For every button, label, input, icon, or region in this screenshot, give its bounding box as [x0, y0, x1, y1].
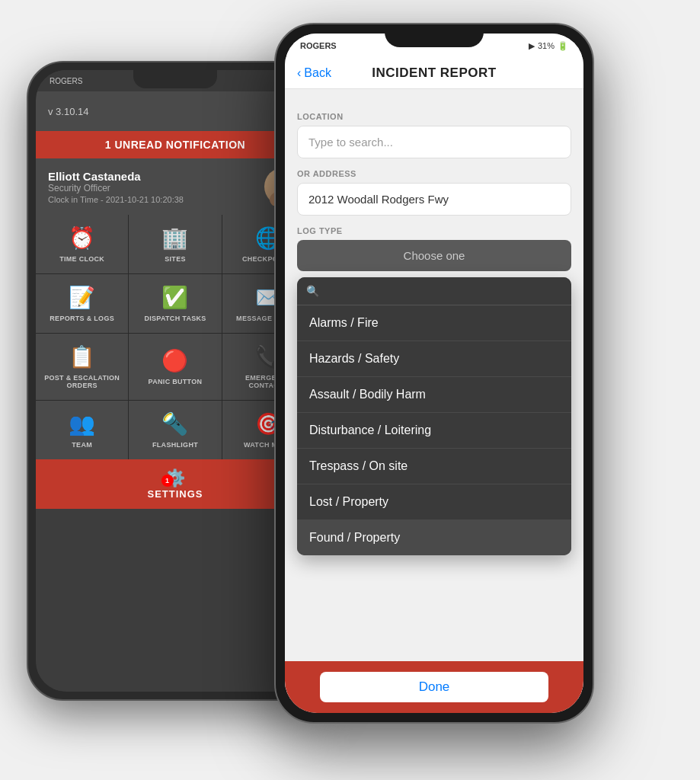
clock-in-time: Clock in Time - 2021-10-21 10:20:38: [48, 195, 184, 204]
done-bar: Done: [285, 661, 583, 713]
user-name: Elliott Castaneda: [48, 170, 184, 183]
dropdown-item-lost[interactable]: Lost / Property: [297, 484, 571, 520]
sites-label: SITES: [165, 255, 186, 263]
settings-bar[interactable]: ⚙️ 1 SETTINGS: [36, 459, 315, 509]
post-icon: 📋: [69, 344, 95, 369]
location-arrow-icon: ▶: [529, 41, 535, 51]
user-role: Security Officer: [48, 183, 184, 193]
settings-badge: 1: [161, 475, 174, 487]
nav-header-2: ‹ Back INCIDENT REPORT: [285, 58, 583, 89]
log-type-dropdown: 🔍 Alarms / Fire Hazards / Safety Assault…: [297, 277, 571, 555]
flashlight-label: FLASHLIGHT: [152, 441, 198, 449]
dropdown-search-icon: 🔍: [306, 285, 319, 297]
user-info-panel: Elliott Castaneda Security Officer Clock…: [36, 158, 315, 215]
team-label: TEAM: [72, 441, 92, 449]
grid-post-escalation[interactable]: 📋 POST & ESCALATION ORDERS: [36, 334, 128, 400]
time-clock-label: TIME CLOCK: [59, 255, 104, 263]
version-text: v 3.10.14: [48, 106, 89, 117]
location-label: LOCATION: [297, 112, 571, 121]
dropdown-item-trespass[interactable]: Trespass / On site: [297, 449, 571, 484]
grid-dispatch-tasks[interactable]: ✅ DISPATCH TASKS: [129, 274, 221, 333]
log-type-label: LOG TYPE: [297, 226, 571, 235]
panic-label: PANIC BUTTON: [149, 378, 203, 385]
location-search-input[interactable]: Type to search...: [297, 126, 571, 158]
battery-icon-2: 🔋: [558, 41, 568, 51]
reports-label: REPORTS & LOGS: [50, 315, 114, 322]
address-value: 2012 Woodall Rodgers Fwy: [308, 193, 449, 206]
notch1: [133, 70, 217, 88]
log-type-placeholder: Choose one: [404, 249, 465, 262]
grid-sites[interactable]: 🏢 SITES: [129, 215, 221, 273]
team-icon: 👥: [69, 411, 95, 436]
panic-icon: 🔴: [161, 348, 188, 373]
battery-2: 31%: [538, 41, 555, 50]
carrier-1: ROGERS: [50, 77, 82, 85]
flashlight-icon: 🔦: [161, 411, 188, 436]
dropdown-item-assault[interactable]: Assault / Bodily Harm: [297, 377, 571, 413]
sites-icon: 🏢: [161, 225, 188, 251]
carrier-2: ROGERS: [300, 41, 337, 50]
page-title: INCIDENT REPORT: [372, 66, 496, 81]
phone2-device: ROGERS ▶ 31% 🔋 ‹ Back INCIDENT REPORT LO…: [274, 23, 594, 724]
back-button[interactable]: ‹ Back: [297, 66, 331, 80]
dropdown-item-hazards[interactable]: Hazards / Safety: [297, 341, 571, 377]
log-type-picker[interactable]: Choose one: [297, 240, 571, 271]
done-button[interactable]: Done: [320, 672, 548, 702]
dispatch-label: DISPATCH TASKS: [144, 315, 206, 322]
dropdown-item-disturbance[interactable]: Disturbance / Loitering: [297, 413, 571, 449]
address-label: OR ADDRESS: [297, 169, 571, 178]
grid-panic-button[interactable]: 🔴 PANIC BUTTON: [129, 334, 221, 400]
time-clock-icon: ⏰: [69, 225, 95, 251]
dropdown-search-row: 🔍: [297, 277, 571, 305]
grid-team[interactable]: 👥 TEAM: [36, 401, 128, 459]
back-chevron-icon: ‹: [297, 66, 301, 80]
dropdown-item-found[interactable]: Found / Property: [297, 520, 571, 555]
location-placeholder: Type to search...: [308, 136, 393, 149]
address-input[interactable]: 2012 Woodall Rodgers Fwy: [297, 183, 571, 216]
form-content: LOCATION Type to search... OR ADDRESS 20…: [285, 89, 583, 698]
post-label: POST & ESCALATION ORDERS: [42, 374, 122, 389]
notification-banner[interactable]: 1 UNREAD NOTIFICATION: [36, 131, 315, 158]
app-header-1: v 3.10.14: [36, 91, 315, 131]
settings-label: SETTINGS: [45, 488, 305, 500]
reports-icon: 📝: [69, 285, 95, 310]
main-icon-grid: ⏰ TIME CLOCK 🏢 SITES 🌐 CHECKPOINTS 📝 REP…: [36, 215, 315, 459]
grid-time-clock[interactable]: ⏰ TIME CLOCK: [36, 215, 128, 273]
notch2: [385, 24, 484, 47]
grid-flashlight[interactable]: 🔦 FLASHLIGHT: [129, 401, 221, 459]
dropdown-item-alarms[interactable]: Alarms / Fire: [297, 305, 571, 341]
grid-reports-logs[interactable]: 📝 REPORTS & LOGS: [36, 274, 128, 333]
dispatch-icon: ✅: [161, 285, 188, 310]
back-label: Back: [304, 66, 331, 80]
